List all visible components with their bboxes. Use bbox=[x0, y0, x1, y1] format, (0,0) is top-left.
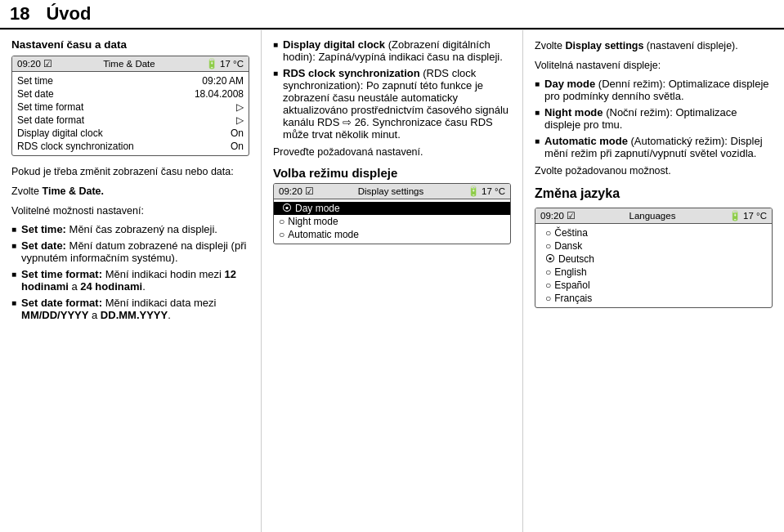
col2-item-displayclock-text: Display digital clock (Zobrazení digitál… bbox=[283, 38, 511, 63]
device2-automode-radio: ○ bbox=[279, 229, 284, 240]
device1-body: Set time 09:20 AM Set date 18.04.2008 Se… bbox=[12, 72, 249, 155]
col1-para2: Zvolte Time & Date. bbox=[11, 184, 249, 199]
col1-section2: Volitelné možnosti nastavení: bbox=[11, 203, 249, 218]
col3-item-daymode-text: Day mode (Denní režim): Optimalizace dis… bbox=[544, 78, 773, 102]
col3-change-heading: Změna jazyka bbox=[535, 186, 773, 201]
device3-francais-label: Français bbox=[554, 293, 592, 304]
device2-body: ⦿ Day mode ○ Night mode ○ Automatic mode bbox=[274, 199, 510, 244]
col3-item-automode: Automatic mode (Automatický režim): Disp… bbox=[535, 135, 773, 159]
device1-displayclock-label: Display digital clock bbox=[17, 127, 103, 139]
col1-item-settimeformat-text: Set time format: Mění indikaci hodin mez… bbox=[21, 268, 249, 293]
col3-item-automode-text: Automatic mode (Automatický režim): Disp… bbox=[544, 135, 773, 159]
device1-settimeformat-label: Set time format bbox=[17, 101, 83, 113]
device1-center: Time & Date bbox=[103, 59, 155, 69]
device2-row-daymode: ⦿ Day mode bbox=[274, 202, 510, 215]
col2-item-rds: RDS clock synchronization (RDS clock syn… bbox=[273, 67, 511, 141]
device1-setdate-value: 18.04.2008 bbox=[195, 88, 244, 100]
col2-para3: Proveďte požadovaná nastavení. bbox=[273, 145, 511, 159]
device1-settime-label: Set time bbox=[17, 75, 53, 87]
col2-item-rds-text: RDS clock synchronization (RDS clock syn… bbox=[283, 67, 511, 141]
device3-francais-radio: ○ bbox=[545, 293, 551, 304]
page-title: Úvod bbox=[46, 3, 91, 25]
main-content: Nastavení času a data 09:20 ☑ Time & Dat… bbox=[0, 29, 784, 532]
page: 18 Úvod Nastavení času a data 09:20 ☑ Ti… bbox=[0, 0, 784, 532]
device2-row-automode: ○ Automatic mode bbox=[279, 228, 505, 241]
device3-dansk-radio: ○ bbox=[545, 240, 551, 252]
col3-para1: Zvolte Display settings (nastavení displ… bbox=[535, 38, 773, 53]
device2-row-nightmode: ○ Night mode bbox=[279, 215, 505, 228]
device1-displayclock-value: On bbox=[231, 127, 244, 139]
col1-item-settimeformat: Set time format: Mění indikaci hodin mez… bbox=[11, 268, 249, 293]
device3-deutsch-label: Deutsch bbox=[558, 253, 594, 265]
device-ui-time-date: 09:20 ☑ Time & Date 🔋 17 °C Set time 09:… bbox=[11, 56, 249, 156]
device3-deutsch-radio: ⦿ bbox=[545, 253, 555, 265]
col1-item-setdateformat-text: Set date format: Mění indikaci data mezi… bbox=[21, 297, 249, 321]
col3-para3: Zvolte požadovanou možnost. bbox=[535, 163, 773, 178]
device1-time: 09:20 ☑ bbox=[17, 58, 52, 69]
col1-heading: Nastavení času a data bbox=[11, 38, 249, 51]
device3-body: ○ Čeština ○ Dansk ⦿ Deutsch ○ English bbox=[535, 224, 772, 307]
device1-setdate-label: Set date bbox=[17, 88, 54, 100]
device3-english-radio: ○ bbox=[545, 266, 551, 278]
device1-setdateformat-arrow: ▷ bbox=[236, 114, 244, 126]
device3-lang-deutsch: ⦿ Deutsch bbox=[540, 253, 767, 266]
col1-item-settime: Set time: Mění čas zobrazený na displeji… bbox=[11, 223, 249, 235]
device3-center: Languages bbox=[629, 211, 675, 221]
device2-nightmode-label: Night mode bbox=[288, 216, 505, 227]
device1-row-settimeformat: Set time format ▷ bbox=[17, 101, 244, 114]
col1-para1: Pokud je třeba změnit zobrazení času neb… bbox=[11, 164, 249, 179]
col3-item-nightmode-text: Night mode (Noční režim): Optimalizace d… bbox=[544, 106, 773, 131]
device3-cestina-label: Čeština bbox=[554, 227, 588, 239]
device3-temp: 🔋 17 °C bbox=[729, 210, 767, 221]
device3-header: 09:20 ☑ Languages 🔋 17 °C bbox=[535, 208, 772, 224]
device3-english-label: English bbox=[554, 266, 586, 278]
device1-row-setdate: Set date 18.04.2008 bbox=[17, 87, 244, 101]
col1-item-setdate: Set date: Mění datum zobrazené na disple… bbox=[11, 239, 249, 264]
col1-item-settime-text: Set time: Mění čas zobrazený na displeji… bbox=[21, 223, 217, 235]
column-1: Nastavení času a data 09:20 ☑ Time & Dat… bbox=[0, 30, 262, 532]
column-3: Zvolte Display settings (nastavení displ… bbox=[523, 30, 784, 532]
device2-center: Display settings bbox=[358, 186, 424, 196]
device1-rds-value: On bbox=[231, 141, 244, 152]
col2-item-displayclock: Display digital clock (Zobrazení digitál… bbox=[273, 38, 511, 63]
device3-lang-dansk: ○ Dansk bbox=[540, 239, 767, 253]
device1-setdateformat-label: Set date format bbox=[17, 114, 84, 126]
device2-nightmode-radio: ○ bbox=[279, 216, 284, 227]
device3-espanol-radio: ○ bbox=[545, 279, 551, 291]
column-2: Display digital clock (Zobrazení digitál… bbox=[262, 30, 523, 532]
device-ui-languages: 09:20 ☑ Languages 🔋 17 °C ○ Čeština ○ Da… bbox=[535, 208, 773, 308]
device3-cestina-radio: ○ bbox=[545, 227, 551, 239]
device3-lang-francais: ○ Français bbox=[540, 292, 767, 305]
page-header: 18 Úvod bbox=[0, 0, 784, 29]
col3-item-nightmode: Night mode (Noční režim): Optimalizace d… bbox=[535, 106, 773, 131]
col1-item-setdate-text: Set date: Mění datum zobrazené na disple… bbox=[21, 239, 249, 264]
device1-rds-label: RDS clock synchronization bbox=[17, 141, 134, 152]
device1-row-setdateformat: Set date format ▷ bbox=[17, 114, 244, 127]
col3-item-daymode: Day mode (Denní režim): Optimalizace dis… bbox=[535, 78, 773, 102]
device1-temp: 🔋 17 °C bbox=[206, 58, 244, 69]
device1-row-rds: RDS clock synchronization On bbox=[17, 140, 244, 153]
device3-time: 09:20 ☑ bbox=[540, 210, 576, 221]
device2-time: 09:20 ☑ bbox=[279, 186, 314, 197]
device3-lang-english: ○ English bbox=[540, 266, 767, 279]
device3-dansk-label: Dansk bbox=[554, 240, 582, 252]
device2-automode-label: Automatic mode bbox=[288, 229, 505, 240]
device1-row-displayclock: Display digital clock On bbox=[17, 127, 244, 140]
col2-subheading: Volba režimu displeje bbox=[273, 166, 511, 180]
device1-settime-value: 09:20 AM bbox=[202, 75, 244, 87]
col3-para2: Volitelná nastavení displeje: bbox=[535, 58, 773, 73]
device1-row-settime: Set time 09:20 AM bbox=[17, 74, 244, 87]
page-number: 18 bbox=[10, 3, 29, 25]
device2-temp: 🔋 17 °C bbox=[468, 186, 505, 197]
device3-lang-cestina: ○ Čeština bbox=[540, 226, 767, 239]
device-ui-display: 09:20 ☑ Display settings 🔋 17 °C ⦿ Day m… bbox=[273, 183, 511, 244]
device3-lang-espanol: ○ Español bbox=[540, 279, 767, 292]
device1-settimeformat-arrow: ▷ bbox=[236, 101, 244, 113]
device3-espanol-label: Español bbox=[554, 279, 589, 291]
device2-daymode-label: Day mode bbox=[295, 203, 507, 214]
device2-header: 09:20 ☑ Display settings 🔋 17 °C bbox=[274, 184, 510, 199]
col1-item-setdateformat: Set date format: Mění indikaci data mezi… bbox=[11, 297, 249, 321]
device1-header: 09:20 ☑ Time & Date 🔋 17 °C bbox=[12, 56, 249, 72]
device2-daymode-radio: ⦿ bbox=[282, 203, 292, 214]
